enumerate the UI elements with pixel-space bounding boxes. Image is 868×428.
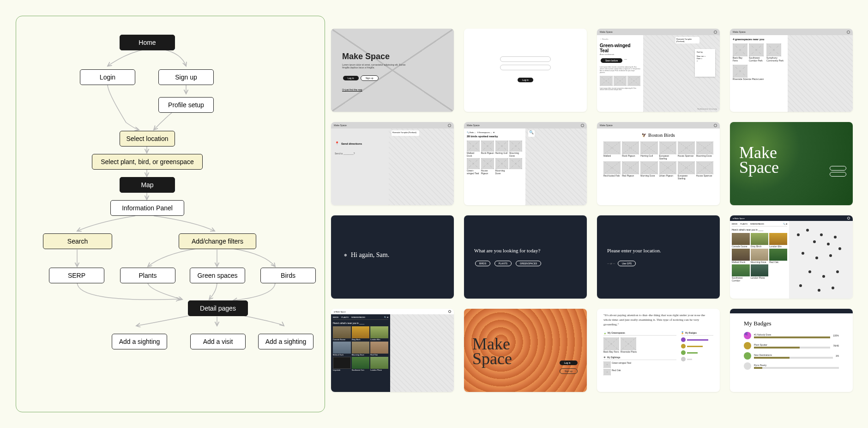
list-item[interactable]: Green-winged Teal: [467, 169, 480, 175]
list-item[interactable]: Morning Dove: [640, 174, 657, 177]
list-item[interactable]: Rock Pigeon: [481, 152, 494, 154]
login-btn[interactable]: Log in: [560, 361, 578, 365]
list-item[interactable]: Southwest Corridor: [732, 276, 750, 282]
node-label: Add a sighting: [119, 338, 160, 345]
avatar-icon[interactable]: [847, 31, 850, 34]
avatar-icon[interactable]: [448, 124, 451, 127]
sparkle-icon: ✻: [344, 253, 347, 257]
list-item[interactable]: Back Bay Fens: [603, 350, 619, 353]
list-item[interactable]: Herring Gull: [495, 152, 509, 154]
list-item[interactable]: Mallard Duck: [732, 261, 750, 263]
seen-btn[interactable]: Seen before: [601, 58, 622, 63]
list-item[interactable]: London Plane: [370, 369, 388, 371]
species-title: Green-winged Teal: [600, 43, 640, 53]
list-item[interactable]: Rock Pigeon: [622, 154, 639, 157]
list-item[interactable]: House Pigeon: [481, 169, 494, 175]
node-plants: Plants: [120, 268, 175, 283]
signup-btn[interactable]: Sign up: [560, 368, 578, 374]
list-item[interactable]: Symphony Community Park: [766, 56, 785, 62]
list-item[interactable]: Urban Pigeon: [659, 174, 676, 177]
svg-point-10: [808, 270, 811, 273]
tab-plants[interactable]: PLANTS: [740, 223, 747, 225]
brand-title: MakeSpace: [472, 336, 512, 367]
list-item[interactable]: European Starling: [678, 174, 695, 180]
page-title: Boston Birds: [648, 132, 675, 138]
list-item[interactable]: Riverside Plaza: [621, 350, 637, 353]
opt-plants[interactable]: PLANTS: [494, 261, 512, 266]
node-signup: Sign up: [158, 69, 214, 85]
list-item[interactable]: Gray Birch: [751, 245, 769, 248]
gps-btn[interactable]: Use GPS: [618, 261, 636, 266]
svg-point-4: [827, 243, 830, 245]
btn[interactable]: [830, 166, 846, 171]
send-to[interactable]: Send to ________?: [335, 152, 385, 155]
svg-point-14: [818, 289, 820, 292]
svg-point-9: [838, 247, 841, 250]
eye-icon: 👁: [603, 356, 606, 359]
opt-birds[interactable]: BIRDS: [475, 261, 490, 266]
thumb-12: ● Make Space BIRDS PLANTS GREENSPACES 🔍 …: [730, 215, 853, 299]
node-search: Search: [43, 233, 112, 249]
list-item[interactable]: Mourning Dove: [696, 154, 713, 157]
list-item[interactable]: Herring Gull: [640, 154, 657, 157]
list-item[interactable]: Mallard Duck: [333, 354, 351, 356]
search-icon[interactable]: 🔍: [528, 130, 535, 137]
node-label: Select plant, bird, or greenspace: [101, 158, 194, 165]
list-item[interactable]: Red-footed Falx: [603, 174, 621, 177]
avatar-icon[interactable]: [581, 124, 584, 127]
node-select-location: Select location: [120, 131, 175, 147]
list-item[interactable]: Gray Birch: [352, 338, 370, 341]
tab-birds[interactable]: BIRDS: [732, 223, 737, 225]
opt-greenspaces[interactable]: GREENSPACES: [516, 261, 542, 266]
list-item[interactable]: Canada Goose: [732, 245, 750, 248]
list-item[interactable]: Mallard: [603, 154, 621, 157]
avatar-icon[interactable]: [448, 310, 451, 313]
tab-greenspaces[interactable]: GREENSPACES: [750, 223, 764, 225]
quote: "It's about paying attention to that–the…: [603, 313, 713, 327]
tab-birds[interactable]: BIRDS: [333, 316, 338, 318]
node-label: SERP: [68, 272, 85, 279]
list-item[interactable]: Canada Goose: [333, 338, 351, 341]
node-login: Login: [80, 69, 135, 85]
badge-row: Plant Spotter78/45: [744, 342, 839, 349]
tab-plants[interactable]: PLANTS: [341, 316, 349, 318]
btn[interactable]: [830, 172, 846, 177]
list-item[interactable]: Red Pigeon: [622, 174, 639, 177]
list-item[interactable]: Southwest Con: [352, 369, 370, 371]
list-item[interactable]: Mourning Dove: [509, 152, 523, 157]
list-item[interactable]: European Starling: [659, 154, 676, 160]
node-label: Add a visit: [203, 338, 233, 345]
list-item[interactable]: London Elm: [370, 338, 388, 341]
list-item[interactable]: Mourning Dove: [495, 169, 509, 175]
leaf-icon: 🍃: [603, 331, 606, 334]
list-item[interactable]: Back Bay Fens: [733, 56, 747, 62]
thumb-9: ✻ Hi again, Sam.: [331, 215, 454, 299]
list-item[interactable]: Leyoriste: [333, 369, 351, 371]
list-item[interactable]: Southwest Corridor Park: [749, 56, 765, 62]
list-item[interactable]: Red Oak: [769, 261, 787, 263]
list-item[interactable]: Mallard Duck: [467, 152, 480, 157]
login-btn[interactable]: Log in: [343, 76, 359, 80]
list-item[interactable]: House Sparrow: [696, 174, 713, 177]
login-btn[interactable]: Log in: [518, 78, 533, 82]
sort-panel[interactable]: Sort by Near me ○ Date ○ ○: [695, 49, 715, 77]
input-field[interactable]: [500, 56, 551, 62]
avatar-icon[interactable]: [714, 124, 717, 127]
node-label: Detail pages: [200, 305, 236, 312]
list-item[interactable]: Red Oak: [370, 354, 388, 356]
avatar-icon[interactable]: [847, 217, 850, 220]
list-item[interactable]: House Sparrow: [678, 154, 695, 157]
badge-icon: [744, 342, 751, 349]
thumb-15: "It's about paying attention to that–the…: [597, 309, 720, 392]
list-item[interactable]: Mourning Dove: [352, 354, 370, 356]
input-field[interactable]: [500, 65, 551, 70]
list-item[interactable]: Riverside Science Plaza Lawn: [733, 78, 785, 80]
avatar-icon[interactable]: [714, 31, 717, 34]
list-item[interactable]: Mourning Dove: [751, 261, 769, 263]
tab-greenspaces[interactable]: GREENSPACES: [351, 316, 365, 318]
signup-btn[interactable]: Sign up: [361, 75, 379, 81]
thumb-2: Log in: [464, 29, 587, 112]
map-link[interactable]: Or just find the map: [342, 88, 407, 91]
list-item[interactable]: London Elm: [769, 245, 787, 248]
list-item[interactable]: London Plane: [751, 276, 769, 279]
